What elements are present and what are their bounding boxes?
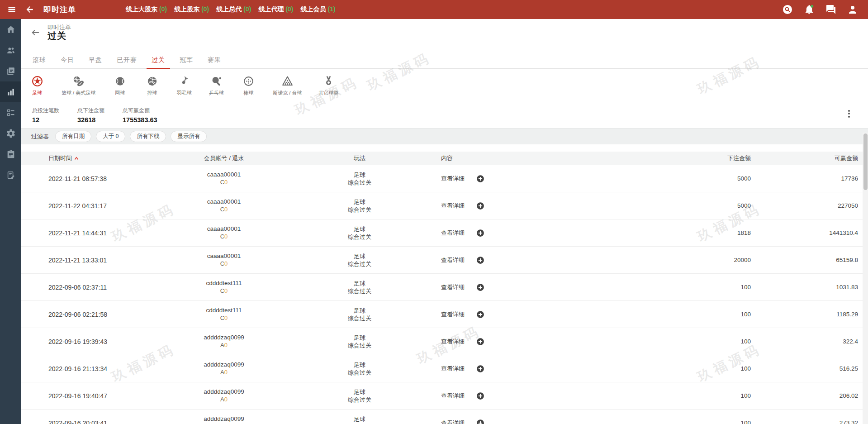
nav-online-shareholder[interactable]: 线上股东(0) xyxy=(174,5,209,14)
row-datetime: 2022-09-16 21:13:34 xyxy=(21,355,156,382)
search-icon[interactable] xyxy=(782,4,793,15)
sport-tennis[interactable]: 网球 xyxy=(112,75,128,96)
tab-today[interactable]: 今日 xyxy=(56,52,79,69)
tab-started[interactable]: 已开赛 xyxy=(112,52,142,69)
table-row[interactable]: 2022-09-06 02:37:11 cddddtest111 C0 足球 综… xyxy=(21,274,868,301)
plus-circle-icon[interactable] xyxy=(476,419,484,424)
nav-count: (0) xyxy=(159,5,167,13)
view-detail-link[interactable]: 查看详细 xyxy=(441,365,465,373)
row-account-name: caaaa00001 xyxy=(207,198,241,205)
sidebar-item-betting-stats[interactable] xyxy=(0,81,21,102)
row-win-amount: 322.4 xyxy=(751,328,868,355)
tab-results[interactable]: 赛果 xyxy=(203,52,226,69)
plus-circle-icon[interactable] xyxy=(476,283,484,291)
account-icon[interactable] xyxy=(847,4,858,15)
view-detail-link[interactable]: 查看详细 xyxy=(441,202,465,210)
main-content: 即时注单 过关 滚球 今日 早盘 已开赛 过关 冠军 赛果 足球 xyxy=(21,19,868,424)
badminton-icon xyxy=(178,75,190,87)
chat-icon[interactable] xyxy=(825,4,836,15)
row-account: addddzaq0099 A0 xyxy=(156,355,292,382)
plus-circle-icon[interactable] xyxy=(476,175,484,183)
view-detail-link[interactable]: 查看详细 xyxy=(441,338,465,346)
view-detail-link[interactable]: 查看详细 xyxy=(441,175,465,183)
row-playtype: 足球 综合过关 xyxy=(292,274,427,300)
stat-total-bets: 总投注笔数 12 xyxy=(32,107,59,124)
row-content: 查看详细 xyxy=(427,165,608,192)
sport-other[interactable]: 其它球类 xyxy=(318,75,338,96)
more-options-icon[interactable] xyxy=(845,108,853,119)
table-row[interactable]: 2022-09-06 02:21:58 cddddtest111 C0 足球 综… xyxy=(21,301,868,328)
table-row[interactable]: 2022-09-16 19:40:47 addddzaq0099 A0 足球 综… xyxy=(21,382,868,410)
page-back-icon[interactable] xyxy=(29,27,41,38)
sidebar-item-users[interactable] xyxy=(0,40,21,61)
menu-icon[interactable] xyxy=(3,0,21,19)
sport-basketball-football[interactable]: 篮球 / 美式足球 xyxy=(62,75,95,96)
table-row[interactable]: 2022-09-16 21:13:34 addddzaq0099 A0 足球 综… xyxy=(21,355,868,382)
sidebar-item-settings[interactable] xyxy=(0,123,21,144)
table-row[interactable]: 2022-11-22 04:31:17 caaaa00001 C0 足球 综合过… xyxy=(21,192,868,219)
row-bet-amount: 100 xyxy=(608,382,751,409)
notifications-icon[interactable] xyxy=(804,4,815,15)
table-row[interactable]: 2022-11-21 14:44:31 caaaa00001 C0 足球 综合过… xyxy=(21,219,868,247)
plus-circle-icon[interactable] xyxy=(476,229,484,237)
filter-chip-date[interactable]: 所有日期 xyxy=(55,131,91,142)
view-detail-link[interactable]: 查看详细 xyxy=(441,256,465,264)
table-row[interactable]: 2022-11-21 08:57:38 caaaa00001 C0 足球 综合过… xyxy=(21,165,868,192)
filter-label: 过滤器 xyxy=(31,133,49,141)
view-detail-link[interactable]: 查看详细 xyxy=(441,419,465,424)
row-datetime: 2022-11-21 14:44:31 xyxy=(21,219,156,246)
sport-snooker[interactable]: 斯诺克 / 台球 xyxy=(273,75,302,96)
scrollbar-thumb[interactable] xyxy=(863,133,868,190)
back-icon[interactable] xyxy=(21,0,39,19)
nav-online-general-agent[interactable]: 线上总代(0) xyxy=(216,5,251,14)
plus-circle-icon[interactable] xyxy=(476,365,484,373)
row-win-amount: 1185.29 xyxy=(751,301,868,328)
view-detail-link[interactable]: 查看详细 xyxy=(441,310,465,319)
tab-early[interactable]: 早盘 xyxy=(84,52,107,69)
row-account: cddddtest111 C0 xyxy=(156,301,292,328)
filter-chip-show-all[interactable]: 显示所有 xyxy=(171,131,207,142)
users-icon xyxy=(6,45,16,55)
nav-online-member[interactable]: 线上会员(1) xyxy=(301,5,336,14)
plus-circle-icon[interactable] xyxy=(476,202,484,210)
plus-circle-icon[interactable] xyxy=(476,310,484,319)
view-detail-link[interactable]: 查看详细 xyxy=(441,283,465,291)
list-icon xyxy=(6,108,16,118)
sidebar-item-home[interactable] xyxy=(0,19,21,40)
sidebar-item-ballot[interactable] xyxy=(0,102,21,123)
sport-volleyball[interactable]: 排球 xyxy=(144,75,160,96)
soccer-icon xyxy=(31,75,43,87)
plus-circle-icon[interactable] xyxy=(476,392,484,400)
sport-table-tennis[interactable]: 乒乓球 xyxy=(209,75,224,96)
row-win-amount: 1441310.4 xyxy=(751,219,868,246)
sport-baseball[interactable]: 棒球 xyxy=(241,75,256,96)
sport-soccer[interactable]: 足球 xyxy=(29,75,45,96)
row-rebate: C0 xyxy=(220,287,228,295)
filter-chip-downline[interactable]: 所有下线 xyxy=(130,131,166,142)
tab-rolling[interactable]: 滚球 xyxy=(28,52,51,69)
view-detail-link[interactable]: 查看详细 xyxy=(441,229,465,237)
table-row[interactable]: 2022-09-16 20:03:41 addddzaq0099 A0 足球 综… xyxy=(21,410,868,424)
row-datetime: 2022-09-16 19:39:43 xyxy=(21,328,156,355)
tab-champion[interactable]: 冠军 xyxy=(175,52,198,69)
table-row[interactable]: 2022-11-21 13:33:01 caaaa00001 C0 足球 综合过… xyxy=(21,247,868,274)
tab-parlay[interactable]: 过关 xyxy=(147,52,170,69)
row-playtype: 足球 综合过关 xyxy=(292,355,427,382)
vertical-scrollbar[interactable] xyxy=(863,133,868,424)
plus-circle-icon[interactable] xyxy=(476,338,484,346)
sidebar-item-reports[interactable] xyxy=(0,61,21,81)
sidebar-item-assignments[interactable] xyxy=(0,144,21,165)
filter-chip-amount[interactable]: 大于 0 xyxy=(96,131,125,142)
row-content: 查看详细 xyxy=(427,301,608,328)
row-rebate: A0 xyxy=(220,342,228,349)
row-rebate: C0 xyxy=(220,314,228,322)
sidebar-item-records[interactable] xyxy=(0,165,21,186)
table-row[interactable]: 2022-09-16 19:39:43 addddzaq0099 A0 足球 综… xyxy=(21,328,868,355)
column-header-datetime[interactable]: 日期时间 xyxy=(21,152,156,165)
row-win-amount: 273.32 xyxy=(751,410,868,424)
view-detail-link[interactable]: 查看详细 xyxy=(441,392,465,400)
nav-online-agent[interactable]: 线上代理(0) xyxy=(258,5,293,14)
plus-circle-icon[interactable] xyxy=(476,256,484,264)
nav-online-major-shareholder[interactable]: 线上大股东(0) xyxy=(126,5,167,14)
sport-badminton[interactable]: 羽毛球 xyxy=(176,75,192,96)
